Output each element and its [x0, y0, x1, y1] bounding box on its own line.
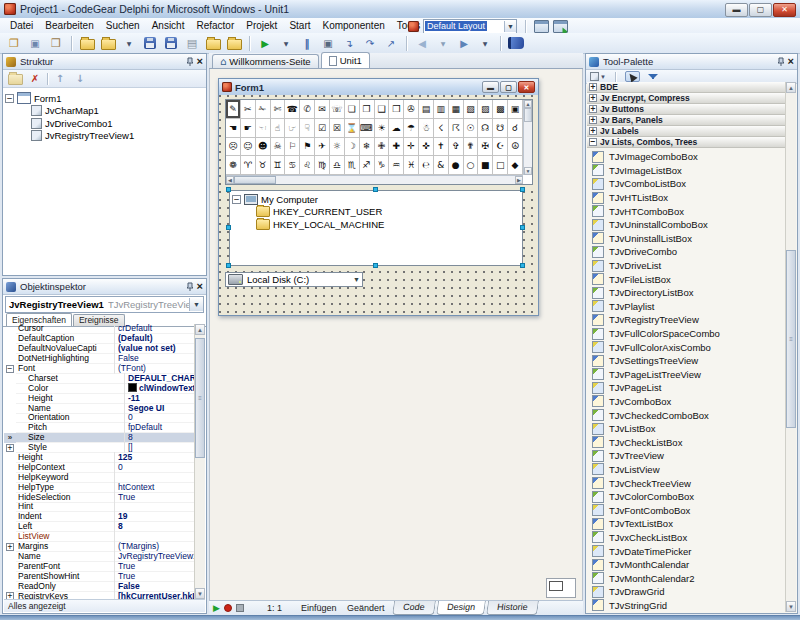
print-icon[interactable]: ▤ — [182, 35, 202, 52]
collapse-icon[interactable]: − — [232, 195, 241, 204]
charmap-cell[interactable]: ✛ — [404, 138, 419, 157]
palette-item-tjvpagelisttreeview[interactable]: TJvPageListTreeView — [587, 368, 785, 382]
save-layout-icon[interactable] — [534, 20, 549, 33]
charmap-cell[interactable]: ✠ — [478, 138, 493, 157]
view-tab-historie[interactable]: Historie — [486, 601, 538, 615]
charmap-cell[interactable]: ♍ — [315, 156, 330, 175]
palette-item-tjvfullcoloraxiscombo[interactable]: TJvFullColorAxisCombo — [587, 340, 785, 354]
palette-category-bde[interactable]: +BDE — [587, 82, 785, 93]
charmap-cell[interactable]: ☟ — [300, 119, 315, 138]
structure-panel-header[interactable]: Struktur × — [3, 54, 206, 70]
charmap-cell[interactable]: ▣ — [508, 100, 523, 119]
charmap-cell[interactable]: ✁ — [256, 100, 271, 119]
charmap-cell[interactable]: ☒ — [330, 119, 345, 138]
charmap-cell[interactable]: & — [434, 156, 449, 175]
palette-item-tjvplaylist[interactable]: TJvPlaylist — [587, 300, 785, 314]
palette-category-jv-lists-combos-trees[interactable]: −Jv Lists, Combos, Trees — [587, 137, 785, 148]
charmap-cell[interactable]: ☜ — [256, 119, 271, 138]
charmap-cell[interactable]: ☃ — [419, 119, 434, 138]
palette-item-tjvcombobox[interactable]: TJvComboBox — [587, 395, 785, 409]
palette-item-tjvfullcolorspacecombo[interactable]: TJvFullColorSpaceCombo — [587, 327, 785, 341]
tree-row-hkey_current_user[interactable]: HKEY_CURRENT_USER — [232, 206, 522, 219]
expand-icon[interactable]: + — [6, 543, 14, 551]
charmap-cell[interactable]: ☎ — [285, 100, 300, 119]
selection-handle[interactable] — [520, 263, 525, 268]
new-folder-icon[interactable] — [7, 72, 23, 86]
scroll-up-icon[interactable]: ▲ — [524, 100, 532, 108]
charmap-cell[interactable]: ♈ — [241, 156, 256, 175]
collapse-icon[interactable]: − — [6, 365, 14, 373]
menu-item-projekt[interactable]: Projekt — [240, 19, 283, 32]
charmap-cell[interactable]: ☋ — [493, 119, 508, 138]
charmap-cell[interactable]: ⌨ — [360, 119, 375, 138]
scrollbar-thumb[interactable]: ≡ — [786, 250, 796, 428]
charmap-cell[interactable]: ☼ — [330, 138, 345, 157]
selection-handle[interactable] — [520, 187, 525, 192]
palette-category-jv-bars-panels[interactable]: +Jv Bars, Panels — [587, 115, 785, 126]
palette-item-tjvuninstalllistbox[interactable]: TJvUninstallListBox — [587, 232, 785, 246]
charmap-hscrollbar[interactable]: ◀ ▶ — [226, 175, 523, 184]
charmap-cell[interactable]: ▩ — [493, 100, 508, 119]
package-install-icon[interactable] — [203, 35, 223, 52]
charmap-cell[interactable]: ☊ — [478, 119, 493, 138]
close-panel-icon[interactable]: × — [197, 57, 203, 66]
minimize-button[interactable]: ▬ — [725, 3, 748, 17]
form-maximize-icon[interactable]: ▢ — [500, 81, 517, 93]
charmap-cell[interactable]: ♏ — [345, 156, 360, 175]
tree-row-form1[interactable]: −Form1 — [5, 92, 204, 105]
run-dropdown[interactable]: ▼ — [276, 35, 296, 52]
palette-item-tjvtextlistbox[interactable]: TJvTextListBox — [587, 517, 785, 531]
palette-item-tjvcombolistbox[interactable]: TJvComboListBox — [587, 177, 785, 191]
back-icon[interactable]: ◀ — [412, 35, 432, 52]
run-until-return-icon[interactable]: ↗ — [381, 35, 401, 52]
registry-treeview-control[interactable]: − My Computer HKEY_CURRENT_USERHKEY_LOCA… — [229, 190, 523, 266]
back-dropdown[interactable]: ▼ — [433, 35, 453, 52]
charmap-cell[interactable]: ☑ — [315, 119, 330, 138]
menu-item-start[interactable]: Start — [283, 19, 316, 32]
pin-icon[interactable] — [186, 282, 194, 292]
charmap-cell[interactable]: ☽ — [345, 138, 360, 157]
tab-unit1[interactable]: Unit1 — [321, 52, 370, 68]
charmap-cell[interactable]: ❏ — [345, 100, 360, 119]
charmap-cell[interactable]: ❐ — [360, 100, 375, 119]
expand-icon[interactable]: + — [589, 105, 597, 113]
charmap-cell[interactable]: ▧ — [464, 100, 479, 119]
designed-form-window[interactable]: Form1 ▬ ▢ ✕ ✎✂✁✄☎✆✉☏❏❐❑❒✇▤▥▦▧▨▩▣☚☛☜☝☞☟☑☒… — [218, 78, 539, 316]
collapse-icon[interactable]: − — [5, 94, 14, 103]
scrollbar-thumb[interactable] — [234, 176, 276, 184]
charmap-cell[interactable]: ☉ — [464, 119, 479, 138]
palette-category-jv-buttons[interactable]: +Jv Buttons — [587, 104, 785, 115]
tool-palette-header[interactable]: Tool-Palette × — [586, 54, 797, 70]
charmap-cell[interactable]: ✄ — [271, 100, 286, 119]
palette-item-tjvdrawgrid[interactable]: TJvDrawGrid — [587, 585, 785, 599]
charmap-cell[interactable]: ☁ — [389, 119, 404, 138]
stop-indicator-icon[interactable] — [236, 604, 244, 612]
selection-cursor-icon[interactable] — [625, 71, 640, 82]
menu-item-ansicht[interactable]: Ansicht — [146, 19, 191, 32]
charmap-cell[interactable]: ♎ — [330, 156, 345, 175]
charmap-cell[interactable]: ◆ — [508, 156, 523, 175]
folder-new-icon[interactable] — [77, 35, 97, 52]
selection-handle[interactable] — [226, 263, 231, 268]
menu-item-refactor[interactable]: Refactor — [190, 19, 240, 32]
expand-icon[interactable]: + — [589, 127, 597, 135]
charmap-cell[interactable]: ☪ — [493, 138, 508, 157]
palette-item-tjvimagecombobox[interactable]: TJvImageComboBox — [587, 150, 785, 164]
scroll-down-icon[interactable]: ▼ — [786, 601, 796, 612]
charmap-cell[interactable]: ❑ — [375, 100, 390, 119]
palette-item-tjvtreeview[interactable]: TJvTreeView — [587, 449, 785, 463]
help-icon[interactable] — [506, 35, 526, 52]
charmap-cell[interactable]: ☚ — [226, 119, 241, 138]
palette-item-tjvuninstallcombobox[interactable]: TJvUninstallComboBox — [587, 218, 785, 232]
chevron-down-icon[interactable]: ▼ — [189, 298, 203, 311]
expand-icon[interactable]: + — [6, 592, 14, 599]
maximize-button[interactable]: ▢ — [749, 3, 772, 17]
palette-item-tjvmonthcalendar[interactable]: TJvMonthCalendar — [587, 558, 785, 572]
menu-item-suchen[interactable]: Suchen — [100, 19, 146, 32]
tree-row-jvdrivecombo1[interactable]: JvDriveCombo1 — [5, 117, 204, 130]
scroll-up-icon[interactable]: ▲ — [786, 82, 796, 93]
palette-item-tjvdirectorylistbox[interactable]: TJvDirectoryListBox — [587, 286, 785, 300]
charmap-vscrollbar[interactable]: ▲ ▼ — [523, 100, 532, 175]
charmap-cell[interactable]: ♑ — [375, 156, 390, 175]
charmap-cell[interactable]: ⚑ — [300, 138, 315, 157]
